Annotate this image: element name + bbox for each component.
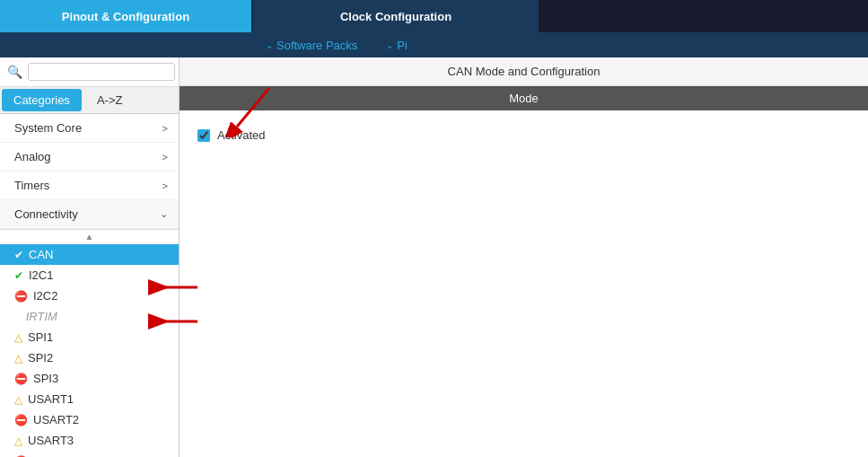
spi2-warn-icon: △ — [14, 352, 22, 365]
content-area: CAN Mode and Configuration Mode Activate… — [180, 57, 868, 457]
i2c2-block-icon: ⛔ — [14, 290, 28, 303]
sidebar-item-analog[interactable]: Analog > — [0, 143, 179, 171]
usart1-warn-icon: △ — [14, 393, 22, 406]
mode-header: Mode — [180, 86, 868, 110]
category-tabs: Categories A->Z — [0, 87, 179, 114]
categories-label: Categories — [13, 93, 70, 107]
software-packs-chevron: ⌄ — [266, 40, 273, 50]
i2c1-label: I2C1 — [29, 268, 53, 282]
sidebar-item-connectivity[interactable]: Connectivity ⌄ — [0, 200, 179, 229]
system-core-label: System Core — [14, 121, 82, 135]
software-packs-label: Software Packs — [276, 39, 357, 52]
system-core-chevron: > — [162, 123, 168, 134]
software-packs-item[interactable]: ⌄ Software Packs — [251, 39, 372, 52]
i2c1-check-icon: ✔ — [14, 269, 23, 282]
spi1-label: SPI1 — [28, 330, 53, 344]
sub-item-i2c1[interactable]: ✔ I2C1 — [0, 265, 179, 286]
submenu-scroll: ▲ — [0, 230, 179, 244]
scroll-up-icon: ▲ — [85, 232, 94, 242]
search-input[interactable] — [28, 63, 175, 81]
spi1-warn-icon: △ — [14, 331, 22, 344]
analog-label: Analog — [14, 150, 50, 163]
spi3-block-icon: ⛔ — [14, 373, 28, 385]
arrow-activated-annotation — [224, 83, 278, 137]
spi3-label: SPI3 — [33, 372, 58, 385]
sub-item-can[interactable]: ✔ CAN — [0, 244, 179, 265]
activated-row: Activated — [197, 128, 850, 142]
sidebar-items: System Core > Analog > Timers > Connecti… — [0, 114, 179, 457]
sidebar-item-system-core[interactable]: System Core > — [0, 114, 179, 143]
top-header: Pinout & Configuration Clock Configurati… — [0, 0, 868, 32]
sidebar: 🔍 ⚙ Categories A->Z System Core > Analog… — [0, 57, 180, 457]
usart2-label: USART2 — [33, 413, 79, 426]
clock-config-tab[interactable]: Clock Configuration — [251, 0, 539, 32]
az-label: A->Z — [97, 93, 123, 107]
content-title: CAN Mode and Configuration — [180, 57, 868, 86]
sub-item-usart3[interactable]: △ USART3 — [0, 430, 179, 451]
sub-item-irtim[interactable]: IRTIM — [0, 306, 179, 327]
pi-chevron: ⌄ — [386, 40, 393, 50]
clock-tab-label: Clock Configuration — [340, 10, 452, 23]
sub-item-usart2[interactable]: ⛔ USART2 — [0, 409, 179, 430]
connectivity-chevron: ⌄ — [160, 208, 168, 220]
usart3-warn-icon: △ — [14, 435, 22, 447]
usart1-label: USART1 — [28, 392, 74, 406]
mode-label: Mode — [509, 92, 539, 105]
timers-label: Timers — [14, 179, 49, 192]
sub-header: ⌄ Software Packs ⌄ Pi — [0, 32, 868, 57]
sub-item-usart1[interactable]: △ USART1 — [0, 389, 179, 409]
search-bar: 🔍 ⚙ — [0, 57, 179, 87]
activated-checkbox[interactable] — [197, 129, 210, 142]
can-check-icon: ✔ — [14, 249, 23, 261]
pinout-tab-label: Pinout & Configuration — [62, 10, 189, 23]
sub-item-usb[interactable]: ⛔ USB — [0, 451, 179, 457]
timers-chevron: > — [162, 180, 168, 191]
sub-item-spi3[interactable]: ⛔ SPI3 — [0, 368, 179, 389]
i2c2-label: I2C2 — [33, 289, 57, 303]
search-icon: 🔍 — [7, 65, 22, 79]
spi2-label: SPI2 — [28, 351, 53, 365]
tab-az[interactable]: A->Z — [85, 89, 135, 111]
sub-item-spi1[interactable]: △ SPI1 — [0, 327, 179, 347]
sub-item-i2c2[interactable]: ⛔ I2C2 — [0, 286, 179, 306]
irtim-icon — [14, 311, 21, 323]
svg-line-1 — [237, 88, 269, 127]
connectivity-submenu: ▲ ✔ CAN ✔ I2C1 ⛔ I2C2 — [0, 229, 179, 457]
irtim-label: IRTIM — [26, 310, 57, 323]
pinout-config-tab[interactable]: Pinout & Configuration — [0, 0, 251, 32]
can-config-title: CAN Mode and Configuration — [448, 65, 601, 78]
pi-label: Pi — [397, 39, 408, 52]
can-label: CAN — [29, 248, 53, 261]
sidebar-item-timers[interactable]: Timers > — [0, 171, 179, 200]
connectivity-label: Connectivity — [14, 207, 78, 221]
tab-categories[interactable]: Categories — [2, 89, 82, 111]
usart2-block-icon: ⛔ — [14, 414, 28, 426]
pi-item[interactable]: ⌄ Pi — [372, 39, 422, 52]
analog-chevron: > — [162, 152, 168, 163]
mode-content: Activated — [180, 110, 868, 457]
usart3-label: USART3 — [28, 434, 74, 447]
sub-item-spi2[interactable]: △ SPI2 — [0, 347, 179, 368]
